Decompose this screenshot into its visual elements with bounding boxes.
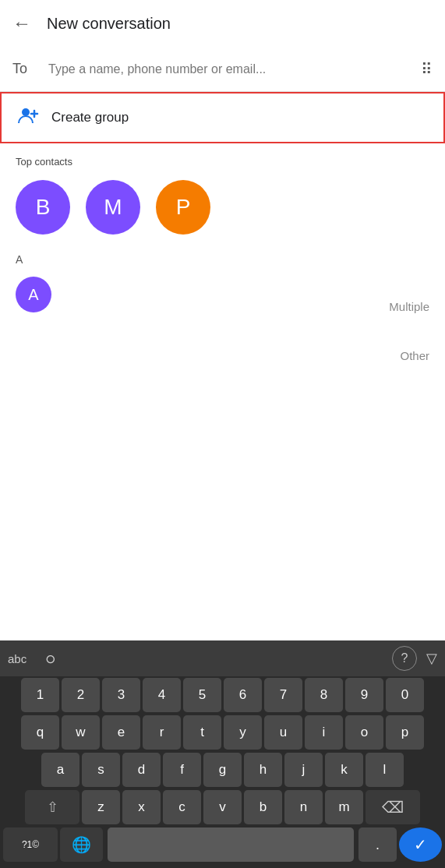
create-group-icon: [17, 106, 39, 129]
key-i[interactable]: i: [305, 715, 343, 750]
key-3[interactable]: 3: [102, 678, 140, 712]
key-x[interactable]: x: [122, 790, 161, 824]
key-u[interactable]: u: [264, 715, 302, 750]
space-key[interactable]: [108, 827, 354, 862]
top-contacts-row: B M P: [0, 174, 445, 247]
key-7[interactable]: 7: [264, 678, 302, 712]
contact-area: Multiple A Other: [0, 269, 445, 370]
enter-button[interactable]: ✓: [399, 827, 442, 862]
create-group-button[interactable]: Create group: [0, 92, 445, 143]
key-9[interactable]: 9: [345, 678, 383, 712]
bottom-row: ?1© 🌐 . ✓: [0, 826, 445, 865]
key-o[interactable]: o: [345, 715, 383, 750]
key-0[interactable]: 0: [386, 678, 424, 712]
back-button[interactable]: ←: [12, 14, 31, 33]
keyboard-help-button[interactable]: ?: [392, 646, 417, 671]
key-g[interactable]: g: [203, 753, 242, 787]
contact-avatar-p[interactable]: P: [156, 180, 210, 235]
key-z[interactable]: z: [82, 790, 120, 824]
key-4[interactable]: 4: [143, 678, 181, 712]
key-d[interactable]: d: [122, 753, 161, 787]
number-row: 1 2 3 4 5 6 7 8 9 0: [0, 676, 445, 714]
enter-icon: ✓: [414, 835, 427, 854]
contact-avatar-b[interactable]: B: [16, 180, 70, 235]
row-asdf: a s d f g h j k l: [0, 751, 445, 789]
shift-button[interactable]: ⇧: [25, 790, 79, 824]
key-2[interactable]: 2: [62, 678, 100, 712]
key-h[interactable]: h: [244, 753, 282, 787]
key-t[interactable]: t: [183, 715, 221, 750]
alpha-section-a: A: [0, 247, 445, 269]
key-s[interactable]: s: [82, 753, 120, 787]
key-n[interactable]: n: [284, 790, 323, 824]
other-label: Other: [400, 349, 429, 362]
key-y[interactable]: y: [224, 715, 262, 750]
period-key[interactable]: .: [358, 827, 397, 862]
row-zxcv: ⇧ z x c v b n m ⌫: [0, 789, 445, 826]
key-b[interactable]: b: [244, 790, 282, 824]
key-6[interactable]: 6: [224, 678, 262, 712]
keyboard-lang-symbol[interactable]: ഠ: [45, 651, 392, 667]
top-contacts-label: Top contacts: [0, 143, 445, 174]
key-m[interactable]: m: [325, 790, 363, 824]
header: ← New conversation: [0, 0, 445, 47]
key-e[interactable]: e: [102, 715, 140, 750]
contact-item-a[interactable]: A: [0, 269, 445, 320]
key-l[interactable]: l: [366, 753, 404, 787]
keyboard-topbar: abc ഠ ? ▽: [0, 640, 445, 676]
contacts-grid-icon[interactable]: ⠿: [421, 60, 433, 79]
to-label: To: [12, 61, 36, 77]
row-qwerty: q w e r t y u i o p: [0, 714, 445, 751]
key-w[interactable]: w: [62, 715, 100, 750]
recipient-input[interactable]: [48, 62, 421, 76]
keyboard-lang-abc[interactable]: abc: [8, 652, 26, 665]
contact-avatar-a: A: [16, 277, 51, 312]
key-p[interactable]: p: [386, 715, 424, 750]
key-1[interactable]: 1: [21, 678, 59, 712]
key-v[interactable]: v: [203, 790, 242, 824]
key-5[interactable]: 5: [183, 678, 221, 712]
backspace-button[interactable]: ⌫: [366, 790, 420, 824]
to-field: To ⠿: [0, 47, 445, 92]
multiple-label: Multiple: [389, 300, 429, 313]
symbol-button[interactable]: ?1©: [3, 827, 58, 862]
key-f[interactable]: f: [163, 753, 201, 787]
key-c[interactable]: c: [163, 790, 201, 824]
key-r[interactable]: r: [143, 715, 181, 750]
globe-icon: 🌐: [72, 835, 91, 854]
contact-avatar-m[interactable]: M: [86, 180, 140, 235]
svg-point-0: [22, 108, 30, 116]
key-j[interactable]: j: [284, 753, 323, 787]
keyboard: abc ഠ ? ▽ 1 2 3 4 5 6 7 8 9 0 q w e r t …: [0, 640, 445, 868]
shift-icon: ⇧: [47, 799, 58, 816]
page-title: New conversation: [47, 15, 171, 33]
key-q[interactable]: q: [21, 715, 59, 750]
backspace-icon: ⌫: [382, 798, 404, 817]
key-k[interactable]: k: [325, 753, 363, 787]
keyboard-collapse-button[interactable]: ▽: [426, 650, 437, 667]
create-group-label: Create group: [51, 110, 129, 125]
key-a[interactable]: a: [41, 753, 79, 787]
key-8[interactable]: 8: [305, 678, 343, 712]
globe-button[interactable]: 🌐: [60, 827, 103, 862]
